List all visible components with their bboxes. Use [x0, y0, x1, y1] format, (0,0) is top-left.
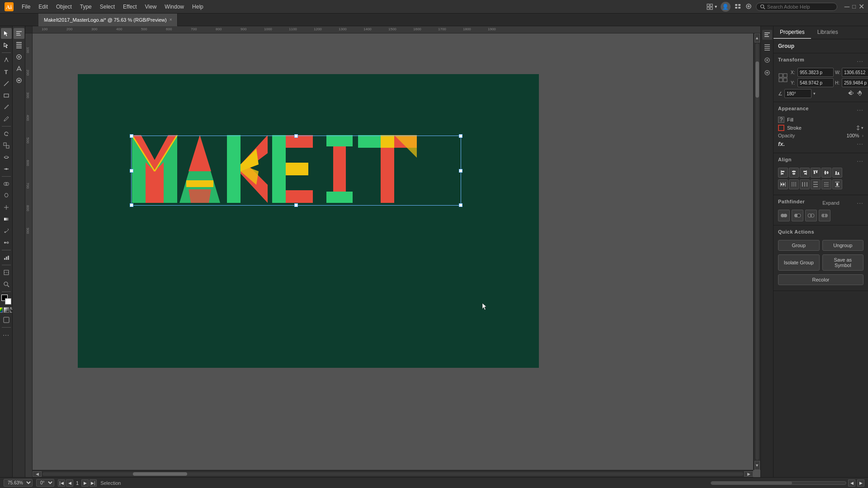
scroll-thumb-h[interactable] — [133, 472, 187, 476]
tool-pen[interactable] — [1, 55, 12, 66]
gradient-button[interactable] — [4, 307, 9, 313]
menu-select[interactable]: Select — [96, 2, 118, 12]
tool-more[interactable]: ··· — [1, 329, 12, 340]
isolate-group-button[interactable]: Isolate Group — [778, 254, 820, 271]
discover-icon[interactable] — [745, 3, 752, 11]
y-input[interactable] — [797, 78, 834, 87]
properties-icon[interactable] — [14, 28, 24, 39]
last-page-btn[interactable]: ▶| — [90, 479, 97, 487]
tool-direct-selection[interactable] — [1, 40, 12, 51]
scroll-thumb-v[interactable] — [755, 61, 759, 98]
prev-page-btn[interactable]: ◀ — [66, 479, 73, 487]
tool-eyedropper[interactable] — [1, 225, 12, 236]
stroke-dropdown-arrow[interactable]: ▾ — [861, 126, 863, 130]
tool-pencil[interactable] — [1, 113, 12, 124]
align-bottom-edges[interactable] — [832, 168, 842, 178]
tool-zoom[interactable] — [1, 279, 12, 290]
align-center-horizontal[interactable] — [789, 168, 799, 178]
tool-rectangle[interactable] — [1, 90, 12, 101]
w-input[interactable] — [842, 68, 868, 77]
zoom-dropdown[interactable]: 75.63% — [4, 479, 33, 487]
tool-blend[interactable] — [1, 237, 12, 248]
pf-exclude[interactable] — [819, 210, 830, 221]
layers-icon[interactable] — [14, 40, 24, 51]
document-tab[interactable]: MakeIt2017_MasterLogo.ai* @ 75.63 % (RGB… — [38, 14, 178, 26]
tool-paintbrush[interactable] — [1, 102, 12, 113]
panel-icon-appearance[interactable] — [762, 68, 772, 78]
panel-icon-circle[interactable] — [762, 55, 772, 65]
tab-close-button[interactable]: × — [170, 17, 172, 22]
tool-change-screen[interactable] — [1, 314, 12, 325]
align-center-vertical[interactable] — [821, 168, 831, 178]
scrollbar-horizontal[interactable]: ◀ ▶ — [33, 470, 753, 477]
tab-properties[interactable]: Properties — [774, 26, 811, 39]
pf-unite[interactable] — [778, 210, 790, 221]
canvas-viewport[interactable]: ◀ ▶ ▲ ▼ — [33, 33, 760, 477]
menu-type[interactable]: Type — [76, 2, 95, 12]
scroll-down-btn[interactable]: ▼ — [755, 461, 760, 470]
tool-type[interactable]: T — [1, 66, 12, 77]
scrollbar-vertical[interactable]: ▲ ▼ — [753, 33, 760, 470]
minimize-icon[interactable]: ─ — [844, 3, 849, 10]
scroll-right-btn[interactable]: ▶ — [744, 471, 753, 477]
ungroup-button[interactable]: Ungroup — [822, 240, 864, 251]
menu-edit[interactable]: Edit — [35, 2, 52, 12]
tool-scale[interactable] — [1, 140, 12, 151]
maximize-icon[interactable]: □ — [852, 3, 856, 10]
tool-warp[interactable] — [1, 152, 12, 163]
group-button[interactable]: Group — [778, 240, 820, 251]
rotation-input[interactable] — [784, 89, 811, 98]
distribute-top[interactable] — [811, 179, 821, 189]
distribute-bottom[interactable] — [832, 179, 842, 189]
align-top-edges[interactable] — [811, 168, 821, 178]
appearance-panel-icon[interactable] — [14, 75, 24, 86]
tool-shape-builder[interactable] — [1, 178, 12, 189]
tool-slice[interactable] — [1, 267, 12, 278]
distribute-v-center[interactable] — [821, 179, 831, 189]
tool-mesh[interactable] — [1, 202, 12, 213]
align-right-edges[interactable] — [800, 168, 810, 178]
pf-intersect[interactable] — [805, 210, 817, 221]
rotation-dropdown[interactable]: 0° — [36, 479, 54, 487]
menu-object[interactable]: Object — [52, 2, 75, 12]
tool-column-graph[interactable] — [1, 252, 12, 263]
h-input[interactable] — [842, 78, 868, 87]
menu-view[interactable]: View — [142, 2, 160, 12]
user-avatar[interactable]: 👤 — [721, 2, 731, 12]
pathfinder-more[interactable]: ··· — [857, 199, 863, 206]
status-left-arrow[interactable]: ◀ — [848, 479, 855, 487]
workspace-switcher[interactable]: ▾ — [707, 4, 717, 10]
first-page-btn[interactable]: |◀ — [58, 479, 65, 487]
distribute-h-center[interactable] — [789, 179, 799, 189]
align-left-edges[interactable] — [778, 168, 788, 178]
tool-gradient[interactable] — [1, 214, 12, 225]
expand-label[interactable]: Expand — [822, 200, 839, 206]
tool-selection[interactable] — [1, 28, 12, 39]
fill-stroke-colors[interactable] — [1, 295, 11, 305]
panel-icon-properties[interactable] — [762, 30, 772, 40]
stroke-color-swatch[interactable] — [778, 125, 784, 131]
tool-rotate[interactable] — [1, 128, 12, 139]
flip-h-icon[interactable] — [847, 89, 854, 98]
save-as-symbol-button[interactable]: Save as Symbol — [822, 254, 864, 271]
transform-more[interactable]: ··· — [857, 57, 863, 65]
color-mode-button[interactable] — [0, 307, 3, 313]
menu-help[interactable]: Help — [189, 2, 207, 12]
cc-libraries-icon[interactable] — [14, 63, 24, 74]
tool-width[interactable] — [1, 164, 12, 174]
rotation-dropdown-arrow[interactable]: ▾ — [813, 91, 816, 96]
scroll-left-btn[interactable]: ◀ — [33, 471, 42, 477]
status-right-arrow[interactable]: ▶ — [857, 479, 864, 487]
arrange-icon[interactable] — [734, 3, 741, 11]
align-more[interactable]: ··· — [857, 157, 863, 164]
scroll-up-btn[interactable]: ▲ — [755, 33, 760, 42]
menu-file[interactable]: File — [18, 2, 34, 12]
recolor-button[interactable]: Recolor — [778, 274, 863, 285]
distribute-left[interactable] — [778, 179, 788, 189]
next-page-btn[interactable]: ▶ — [81, 479, 89, 487]
tool-paint-bucket[interactable] — [1, 190, 12, 201]
opacity-arrow[interactable]: › — [862, 133, 863, 138]
search-input[interactable] — [767, 4, 830, 9]
fx-more[interactable]: ··· — [857, 140, 863, 147]
libraries-icon[interactable] — [14, 52, 24, 62]
